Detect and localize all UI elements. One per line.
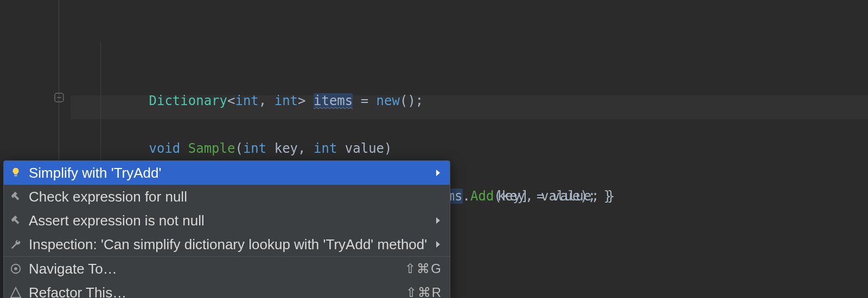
bulb-icon (9, 166, 22, 179)
menu-item-assert-not-null[interactable]: Assert expression is not null (4, 209, 450, 232)
hammer-icon (9, 190, 22, 203)
menu-item-label: Refactor This… (29, 284, 399, 299)
intention-menu[interactable]: Simplify with 'TryAdd' Check expression … (3, 160, 450, 298)
menu-item-refactor-this[interactable]: Refactor This… ⇧⌘R (4, 281, 450, 298)
menu-item-navigate-to[interactable]: Navigate To… ⇧⌘G (4, 257, 450, 281)
svg-point-4 (14, 267, 17, 270)
menu-item-inspection-tryadd[interactable]: Inspection: 'Can simplify dictionary loo… (4, 232, 450, 256)
chevron-right-icon (435, 241, 442, 248)
chevron-right-icon (435, 169, 442, 177)
menu-item-label: Inspection: 'Can simplify dictionary loo… (29, 236, 428, 253)
menu-item-check-null[interactable]: Check expression for null (4, 185, 450, 209)
wrench-icon (9, 238, 22, 251)
code-area[interactable]: Dictionary<int, int> items = new(); void… (71, 0, 868, 184)
code-editor[interactable]: Dictionary<int, int> items = new(); void… (0, 0, 868, 298)
target-icon (9, 262, 22, 275)
warning-icon (9, 286, 22, 298)
svg-rect-2 (14, 175, 17, 177)
menu-item-label: Check expression for null (29, 189, 428, 205)
menu-item-label: Assert expression is not null (29, 212, 428, 229)
chevron-right-icon (435, 217, 442, 224)
variable-items[interactable]: items (314, 93, 353, 108)
code-line-blank[interactable] (71, 65, 868, 89)
hammer-icon (9, 214, 22, 227)
shortcut-label: ⇧⌘G (405, 261, 442, 276)
fold-method-icon[interactable] (54, 92, 65, 103)
menu-item-simplify-tryadd[interactable]: Simplify with 'TryAdd' (4, 161, 450, 185)
menu-item-label: Simplify with 'TryAdd' (29, 165, 428, 182)
code-line[interactable]: Dictionary<int, int> items = new(); (71, 41, 868, 65)
menu-item-label: Navigate To… (29, 261, 398, 277)
shortcut-label: ⇧⌘R (406, 285, 442, 298)
